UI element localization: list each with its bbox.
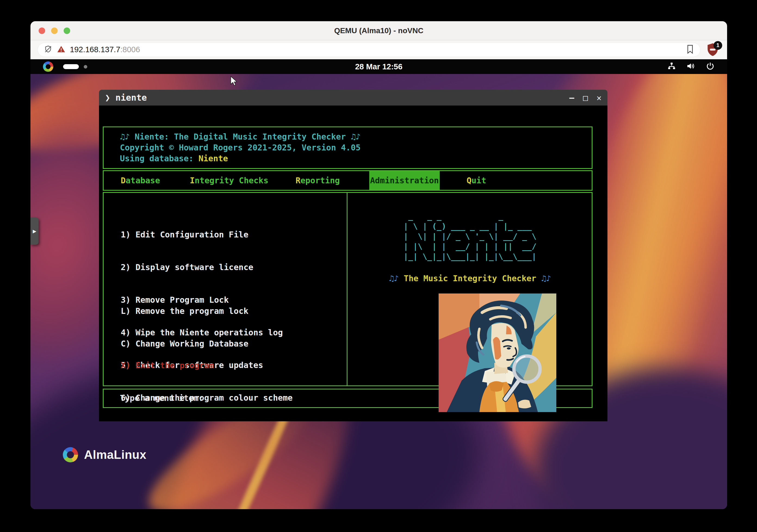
submenu-exit-item: X) Exit the program bbox=[121, 360, 214, 371]
volume-icon[interactable] bbox=[686, 62, 696, 72]
workspace-indicator-active[interactable] bbox=[63, 64, 79, 69]
shield-extension-button[interactable]: 1 bbox=[706, 42, 720, 57]
almalinux-logo-icon bbox=[63, 447, 78, 462]
browser-title: QEMU (Alma10) - noVNC bbox=[30, 26, 727, 35]
app-title-line: ♫♪ Niente: The Digital Music Integrity C… bbox=[120, 131, 592, 142]
terminal-titlebar[interactable]: ❯ niente – □ ✕ bbox=[99, 90, 607, 106]
browser-window: QEMU (Alma10) - noVNC 192.168.137.7:8006 bbox=[30, 21, 727, 509]
traffic-lights bbox=[39, 21, 70, 40]
terminal-screen[interactable]: ♫♪ Niente: The Digital Music Integrity C… bbox=[99, 106, 607, 421]
app-copyright-line: Copyright © Howard Rogers 2021-2025, Ver… bbox=[120, 142, 592, 153]
shield-off-icon bbox=[44, 45, 52, 55]
app-header-box: ♫♪ Niente: The Digital Music Integrity C… bbox=[103, 126, 592, 169]
workspace-indicator-dot[interactable] bbox=[84, 65, 87, 69]
power-icon[interactable] bbox=[706, 62, 714, 72]
app-tagline: ♫♪ The Music Integrity Checker ♫♪ bbox=[348, 273, 592, 284]
desktop: ▶ ❯ niente – □ ✕ bbox=[30, 74, 727, 509]
url-port: :8006 bbox=[120, 45, 140, 54]
browser-titlebar: QEMU (Alma10) - noVNC bbox=[30, 21, 727, 40]
menu-item-quit[interactable]: Quit bbox=[467, 171, 486, 190]
menu-item-reporting[interactable]: Reporting bbox=[295, 171, 340, 190]
url-text[interactable]: 192.168.137.7:8006 bbox=[70, 45, 140, 54]
address-bar[interactable]: 192.168.137.7:8006 bbox=[38, 43, 700, 57]
close-window-button[interactable] bbox=[39, 27, 45, 34]
terminal-window: ❯ niente – □ ✕ ♫♪ Niente: The Digital Mu… bbox=[99, 90, 607, 421]
music-notes-icon: ♫♪ bbox=[389, 274, 399, 283]
menu-item-integrity-checks[interactable]: Integrity Checks bbox=[190, 171, 268, 190]
menu-item-database[interactable]: Database bbox=[121, 171, 160, 190]
database-name: Niente bbox=[198, 154, 228, 163]
terminal-maximize-icon[interactable]: □ bbox=[583, 93, 588, 103]
submenu-item: 2) Display software licence bbox=[121, 262, 292, 273]
music-notes-icon: ♫♪ bbox=[541, 274, 551, 283]
almalinux-logo: AlmaLinux bbox=[63, 447, 146, 462]
terminal-close-icon[interactable]: ✕ bbox=[596, 93, 601, 103]
terminal-minimize-icon[interactable]: – bbox=[569, 93, 574, 103]
niente-ascii-logo: _ _ _ _ | \ | (_) ___ _ __ | |_ ___ | \|… bbox=[348, 211, 592, 262]
beethoven-artwork bbox=[439, 294, 556, 412]
submenu-item: 1) Edit Configuration File bbox=[121, 229, 292, 240]
minimize-window-button[interactable] bbox=[51, 27, 58, 34]
almalinux-logo-text: AlmaLinux bbox=[84, 448, 146, 461]
activities-distro-icon[interactable] bbox=[43, 61, 53, 72]
terminal-title: ❯ niente bbox=[105, 92, 147, 103]
submenu-letter-items: L) Remove the program lock C) Change Wor… bbox=[121, 284, 249, 371]
menu-item-administration[interactable]: Administration bbox=[369, 171, 440, 190]
gnome-system-tray bbox=[667, 62, 714, 72]
url-toolbar: 192.168.137.7:8006 1 bbox=[30, 40, 727, 59]
menu-bar-box: Database Integrity Checks Reporting Admi… bbox=[103, 170, 592, 191]
gnome-clock[interactable]: 28 Mar 12:56 bbox=[355, 62, 403, 71]
shield-badge-count: 1 bbox=[713, 41, 722, 50]
vnc-viewport: 28 Mar 12:56 bbox=[30, 59, 727, 509]
submenu-item: C) Change Working Database bbox=[121, 338, 249, 349]
app-database-line: Using database: Niente bbox=[120, 153, 592, 164]
network-icon[interactable] bbox=[667, 62, 676, 72]
insecure-warning-icon bbox=[57, 45, 66, 55]
fullscreen-window-button[interactable] bbox=[64, 27, 70, 34]
bookmark-icon[interactable] bbox=[686, 45, 694, 55]
expand-arrow-icon: ▶ bbox=[33, 229, 36, 234]
submenu-item: L) Remove the program lock bbox=[121, 306, 249, 317]
novnc-panel-handle[interactable]: ▶ bbox=[30, 218, 39, 245]
terminal-window-controls: – □ ✕ bbox=[569, 93, 601, 103]
gnome-top-bar: 28 Mar 12:56 bbox=[30, 59, 727, 74]
mouse-cursor bbox=[229, 76, 239, 88]
